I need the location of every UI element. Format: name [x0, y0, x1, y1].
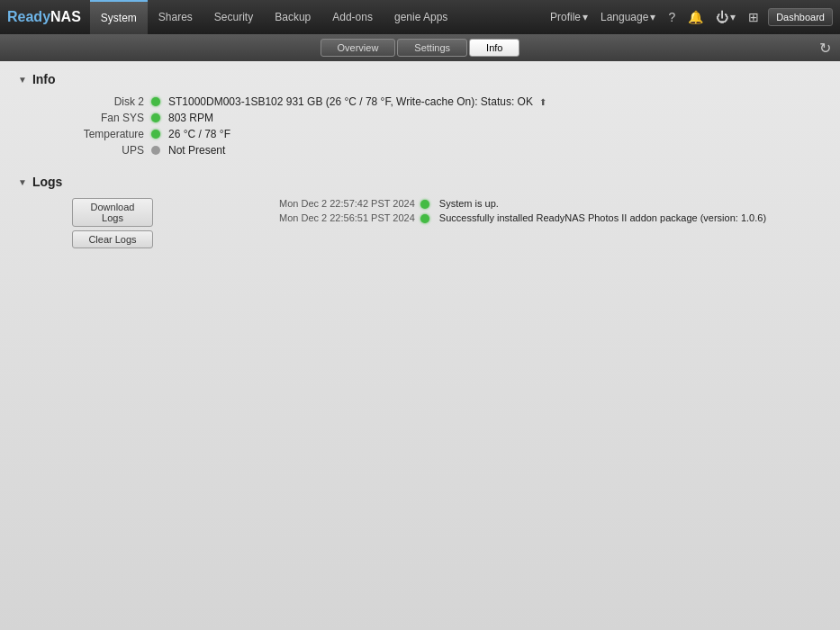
disk2-value: ST1000DM003-1SB102 931 GB (26 °C / 78 °F… — [151, 95, 546, 108]
logs-section-header: ▼ Logs — [18, 175, 822, 189]
grid-icon: ⊞ — [748, 10, 759, 24]
info-row-disk2: Disk 2 ST1000DM003-1SB102 931 GB (26 °C … — [45, 95, 822, 108]
nav-item-system[interactable]: System — [90, 0, 148, 34]
info-row-fan: Fan SYS 803 RPM — [45, 112, 822, 124]
info-row-ups: UPS Not Present — [45, 144, 822, 157]
tab-overview[interactable]: Overview — [321, 39, 396, 57]
temp-label: Temperature — [45, 128, 144, 140]
ups-value: Not Present — [151, 144, 225, 157]
log-timestamp-0: Mon Dec 2 22:57:42 PST 2024 — [279, 198, 415, 209]
log-message-1: Successfully installed ReadyNAS Photos I… — [439, 212, 766, 223]
info-row-temperature: Temperature 26 °C / 78 °F — [45, 128, 822, 140]
log-status-dot-0 — [420, 200, 429, 209]
profile-menu[interactable]: Profile ▾ — [546, 9, 592, 25]
language-menu[interactable]: Language ▾ — [597, 9, 659, 25]
tab-info[interactable]: Info — [469, 39, 519, 57]
logs-section-title: Logs — [32, 175, 62, 189]
sound-button[interactable]: 🔔 — [684, 8, 707, 26]
disk2-status-dot — [151, 97, 160, 106]
nav-item-security[interactable]: Security — [203, 0, 264, 34]
main-content: ▼ Info Disk 2 ST1000DM003-1SB102 931 GB … — [0, 61, 840, 630]
dashboard-label: Dashboard — [776, 12, 825, 22]
help-button[interactable]: ? — [664, 8, 679, 26]
info-section-header: ▼ Info — [18, 72, 822, 86]
fan-value: 803 RPM — [151, 112, 213, 124]
brand-logo: ReadyNAS — [7, 9, 81, 25]
nav-items: System Shares Security Backup Add-ons ge… — [90, 0, 546, 34]
logs-area: Download Logs Clear Logs Mon Dec 2 22:57… — [45, 198, 822, 248]
top-nav-bar: ReadyNAS System Shares Security Backup A… — [0, 0, 840, 34]
language-chevron-icon: ▾ — [650, 11, 655, 23]
fan-status-dot — [151, 113, 160, 122]
logs-triangle-icon: ▼ — [18, 177, 27, 187]
disk2-label: Disk 2 — [45, 95, 144, 108]
refresh-button[interactable]: ↻ — [819, 40, 831, 57]
profile-chevron-icon: ▾ — [583, 11, 588, 23]
profile-label: Profile — [550, 11, 581, 23]
fan-label: Fan SYS — [45, 112, 144, 124]
info-triangle-icon: ▼ — [18, 75, 27, 85]
language-label: Language — [601, 11, 648, 23]
dashboard-button[interactable]: Dashboard — [768, 8, 833, 26]
nav-item-shares[interactable]: Shares — [148, 0, 203, 34]
disk2-link-icon[interactable]: ⬆ — [539, 97, 546, 107]
sound-icon: 🔔 — [688, 10, 703, 24]
info-section: ▼ Info Disk 2 ST1000DM003-1SB102 931 GB … — [18, 72, 822, 157]
power-icon: ⏻ — [716, 10, 728, 24]
log-timestamp-1: Mon Dec 2 22:56:51 PST 2024 — [279, 212, 415, 223]
log-message-0: System is up. — [439, 198, 499, 209]
log-entry-1: Mon Dec 2 22:56:51 PST 2024 Successfully… — [279, 212, 766, 223]
temp-status-dot — [151, 130, 160, 139]
brand-nas: NAS — [50, 9, 81, 24]
info-section-title: Info — [32, 72, 56, 86]
help-icon: ? — [668, 10, 675, 24]
tab-settings[interactable]: Settings — [397, 39, 467, 57]
nav-item-genie-apps[interactable]: genie Apps — [384, 0, 458, 34]
nav-item-addons[interactable]: Add-ons — [321, 0, 384, 34]
clear-logs-button[interactable]: Clear Logs — [72, 230, 153, 248]
power-menu[interactable]: ⏻ ▾ — [712, 8, 739, 26]
log-entry-0: Mon Dec 2 22:57:42 PST 2024 System is up… — [279, 198, 766, 209]
grid-button[interactable]: ⊞ — [745, 8, 763, 26]
info-table: Disk 2 ST1000DM003-1SB102 931 GB (26 °C … — [45, 95, 822, 157]
temp-text: 26 °C / 78 °F — [168, 128, 230, 140]
nav-item-backup[interactable]: Backup — [264, 0, 321, 34]
ups-text: Not Present — [168, 144, 225, 157]
logs-section: ▼ Logs Download Logs Clear Logs Mon Dec … — [18, 175, 822, 248]
fan-text: 803 RPM — [168, 112, 213, 124]
power-chevron-icon: ▾ — [730, 11, 736, 23]
logs-buttons: Download Logs Clear Logs — [72, 198, 153, 248]
nav-right: Profile ▾ Language ▾ ? 🔔 ⏻ ▾ ⊞ Dashboard — [546, 8, 833, 26]
disk2-text: ST1000DM003-1SB102 931 GB (26 °C / 78 °F… — [168, 95, 533, 108]
temp-value: 26 °C / 78 °F — [151, 128, 230, 140]
logs-content: Mon Dec 2 22:57:42 PST 2024 System is up… — [279, 198, 766, 248]
brand-ready: Ready — [7, 9, 50, 24]
log-status-dot-1 — [420, 214, 429, 223]
ups-label: UPS — [45, 144, 144, 157]
sub-nav-bar: Overview Settings Info ↻ — [0, 34, 840, 61]
download-logs-button[interactable]: Download Logs — [72, 198, 153, 227]
ups-status-dot — [151, 146, 160, 155]
